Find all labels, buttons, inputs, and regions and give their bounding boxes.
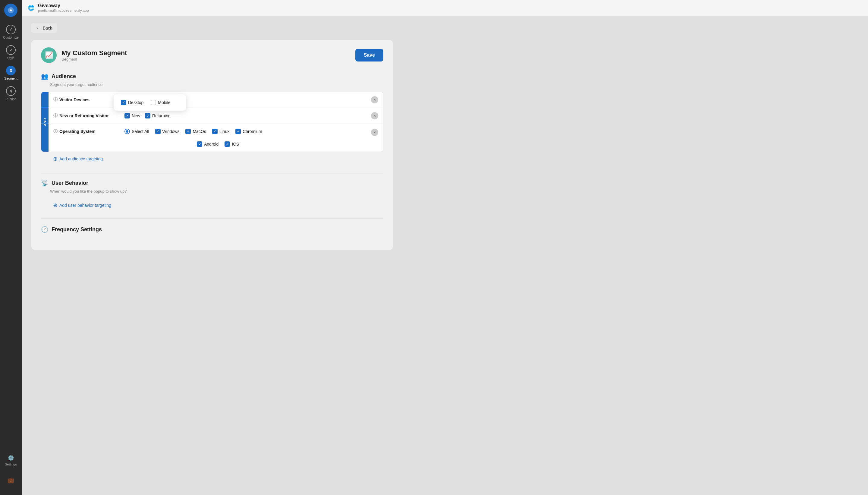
settings-icon: ⚙️ (7, 455, 14, 461)
remove-os-button[interactable]: × (371, 129, 378, 136)
mobile-checkbox[interactable] (151, 100, 156, 105)
linux-label: Linux (220, 129, 229, 134)
desktop-checkbox[interactable] (121, 100, 126, 105)
macos-checkbox[interactable] (185, 129, 191, 134)
desktop-label: Desktop (128, 100, 143, 105)
user-behavior-section: 📡 User Behavior When would you like the … (41, 180, 383, 209)
mobile-checkbox-item[interactable]: Mobile (151, 100, 170, 105)
operating-system-row: ⓘ Operating System Select All Windows (41, 124, 383, 152)
returning-label: Returning (152, 113, 171, 118)
audience-title: Audience (52, 73, 76, 80)
frequency-title: Frequency Settings (52, 226, 102, 233)
audience-icon: 👥 (41, 73, 49, 80)
plus-icon-2: ⊕ (53, 202, 57, 209)
remove-visitor-devices-button[interactable]: × (371, 96, 378, 103)
ios-checkbox[interactable] (225, 141, 230, 147)
new-label: New (132, 113, 140, 118)
linux-checkbox-item[interactable]: Linux (212, 129, 229, 134)
sidebar: ✓ Customize ✓ Style 3 Segment 4 Publish … (0, 0, 22, 495)
info-icon-os: ⓘ (53, 129, 57, 134)
new-checkbox[interactable] (124, 113, 130, 118)
ios-checkbox-item[interactable]: IOS (225, 141, 239, 147)
briefcase-icon: 💼 (7, 477, 14, 483)
macos-label: MacOs (193, 129, 206, 134)
sidebar-item-briefcase[interactable]: 💼 (5, 474, 17, 487)
new-checkbox-item[interactable]: New (124, 113, 140, 118)
segment-header: 📈 My Custom Segment Segment Save (41, 47, 383, 63)
save-button[interactable]: Save (355, 49, 383, 62)
returning-checkbox[interactable] (145, 113, 151, 118)
segment-type: Segment (62, 57, 127, 62)
main-area: 🌐 Giveaway poetic-muffin-cbc3ee.netlify.… (22, 0, 868, 495)
audience-subtitle: Segment your target audience (41, 82, 383, 87)
sidebar-item-settings[interactable]: ⚙️ Settings (5, 451, 17, 469)
info-icon-devices: ⓘ (53, 97, 57, 102)
sidebar-item-publish[interactable]: 4 Publish (0, 83, 22, 104)
visitor-devices-popup: Desktop Mobile (114, 95, 186, 110)
ios-label: IOS (232, 142, 239, 147)
info-icon-visitor: ⓘ (53, 113, 57, 118)
add-audience-targeting[interactable]: ⊕ Add audience targeting (41, 156, 103, 162)
select-all-item[interactable]: Select All (124, 129, 149, 134)
divider-1 (41, 172, 383, 172)
chromium-checkbox-item[interactable]: Chromium (236, 129, 262, 134)
topbar: 🌐 Giveaway poetic-muffin-cbc3ee.netlify.… (22, 0, 868, 16)
frequency-section: 🕐 Frequency Settings (41, 226, 383, 233)
visitor-devices-label: Visitor Devices (59, 97, 89, 102)
user-behavior-icon: 📡 (41, 180, 49, 187)
globe-icon: 🌐 (28, 4, 34, 11)
content-area: ← Back 📈 My Custom Segment Segment Save … (22, 16, 868, 495)
sidebar-item-style[interactable]: ✓ Style (0, 42, 22, 63)
select-all-label: Select All (132, 129, 149, 134)
audience-rows: AND ⓘ Visitor Devices Desktop (41, 92, 383, 152)
desktop-checkbox-item[interactable]: Desktop (121, 100, 143, 105)
mobile-label: Mobile (158, 100, 170, 105)
style-icon: ✓ (6, 45, 16, 55)
operating-system-label: Operating System (59, 129, 96, 134)
new-returning-row: ⓘ New or Returning Visitor New Returning (41, 108, 383, 124)
customize-icon: ✓ (6, 25, 16, 34)
android-checkbox-item[interactable]: Android (197, 141, 219, 147)
page-title: Giveaway (38, 3, 89, 8)
back-button[interactable]: ← Back (31, 23, 57, 33)
frequency-icon: 🕐 (41, 226, 49, 233)
app-logo[interactable] (4, 4, 17, 17)
sidebar-item-customize[interactable]: ✓ Customize (0, 22, 22, 42)
windows-label: Windows (162, 129, 180, 134)
sidebar-item-segment[interactable]: 3 Segment (0, 63, 22, 83)
visitor-devices-row: ⓘ Visitor Devices Desktop Mobile (41, 92, 383, 108)
segment-icon: 3 (6, 66, 16, 75)
divider-2 (41, 218, 383, 219)
user-behavior-subtitle: When would you like the popup to show up… (41, 189, 383, 193)
segment-avatar: 📈 (41, 47, 57, 63)
back-arrow-icon: ← (36, 25, 40, 31)
select-all-radio[interactable] (124, 129, 130, 134)
windows-checkbox-item[interactable]: Windows (155, 129, 180, 134)
audience-section: 👥 Audience Segment your target audience … (41, 73, 383, 162)
add-user-behavior-targeting[interactable]: ⊕ Add user behavior targeting (41, 202, 111, 209)
publish-icon: 4 (6, 86, 16, 96)
chromium-checkbox[interactable] (236, 129, 241, 134)
new-returning-label: New or Returning Visitor (59, 113, 109, 118)
chromium-label: Chromium (243, 129, 262, 134)
windows-checkbox[interactable] (155, 129, 161, 134)
main-card: 📈 My Custom Segment Segment Save 👥 Audie… (31, 40, 393, 250)
linux-checkbox[interactable] (212, 129, 218, 134)
user-behavior-title: User Behavior (52, 180, 88, 186)
returning-checkbox-item[interactable]: Returning (145, 113, 171, 118)
macos-checkbox-item[interactable]: MacOs (185, 129, 206, 134)
android-label: Android (204, 142, 219, 147)
remove-new-returning-button[interactable]: × (371, 112, 378, 119)
segment-name: My Custom Segment (62, 49, 127, 57)
page-url: poetic-muffin-cbc3ee.netlify.app (38, 8, 89, 13)
android-checkbox[interactable] (197, 141, 202, 147)
plus-icon: ⊕ (53, 156, 57, 162)
